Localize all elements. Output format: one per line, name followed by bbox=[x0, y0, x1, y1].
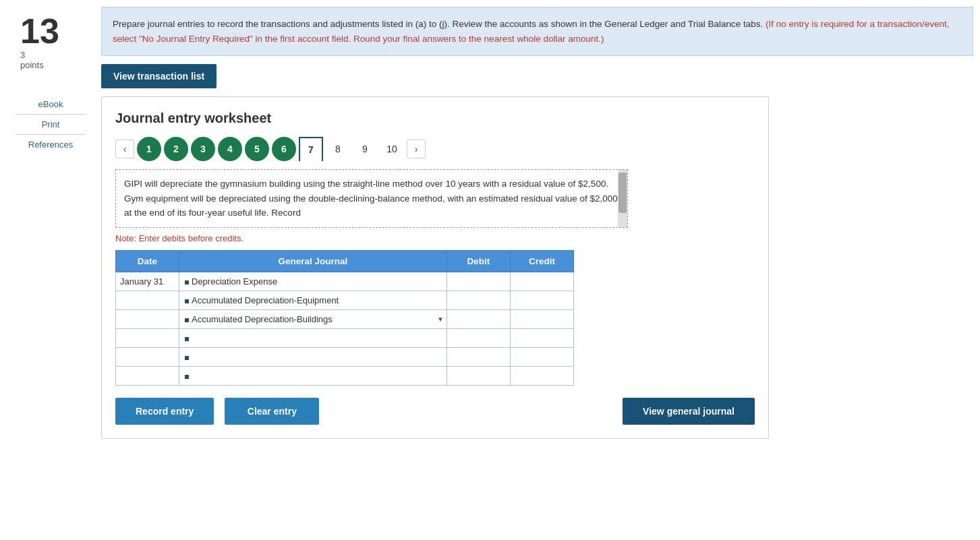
description-text: GIPI will depreciate the gymnasium build… bbox=[124, 179, 618, 218]
account-cell-0[interactable]: Depreciation Expense bbox=[179, 272, 447, 291]
instruction-box: Prepare journal entries to record the tr… bbox=[101, 7, 973, 56]
divider-2 bbox=[16, 134, 86, 135]
ebook-link[interactable]: eBook bbox=[38, 97, 63, 111]
account-cell-1[interactable]: Accumulated Depreciation-Equipment bbox=[179, 291, 447, 309]
date-cell-5 bbox=[116, 366, 179, 385]
header-debit: Debit bbox=[446, 250, 510, 272]
tab-next-arrow[interactable]: › bbox=[407, 140, 426, 158]
date-cell-3 bbox=[116, 328, 179, 347]
debit-cell-3[interactable] bbox=[446, 328, 510, 347]
credit-cell-5[interactable] bbox=[510, 366, 573, 385]
debit-cell-2[interactable] bbox=[446, 309, 510, 328]
account-cell-3[interactable] bbox=[179, 328, 447, 347]
date-cell-4 bbox=[116, 347, 179, 366]
credit-cell-2[interactable] bbox=[510, 309, 573, 328]
table-row bbox=[116, 347, 574, 366]
table-row: Accumulated Depreciation-Equipment bbox=[116, 291, 574, 309]
sidebar: 13 3 points eBook Print References bbox=[7, 7, 94, 533]
tab-3[interactable]: 3 bbox=[191, 137, 215, 161]
debit-cell-0[interactable] bbox=[446, 272, 510, 291]
view-general-journal-button[interactable]: View general journal bbox=[623, 398, 755, 425]
view-transaction-button[interactable]: View transaction list bbox=[101, 64, 217, 88]
header-journal: General Journal bbox=[179, 250, 447, 272]
divider-1 bbox=[16, 114, 86, 115]
tab-7[interactable]: 7 bbox=[299, 137, 323, 161]
worksheet-title: Journal entry worksheet bbox=[115, 111, 755, 126]
record-entry-button[interactable]: Record entry bbox=[115, 398, 214, 425]
tab-prev-arrow[interactable]: ‹ bbox=[115, 140, 134, 158]
scrollbar-thumb bbox=[618, 173, 627, 213]
table-row bbox=[116, 328, 574, 347]
account-cell-5[interactable] bbox=[179, 366, 447, 385]
note-text: Note: Enter debits before credits. bbox=[115, 233, 755, 243]
tab-8[interactable]: 8 bbox=[326, 137, 350, 161]
credit-cell-0[interactable] bbox=[510, 272, 573, 291]
row-indicator-4 bbox=[185, 356, 189, 360]
references-link[interactable]: References bbox=[28, 138, 73, 152]
credit-cell-4[interactable] bbox=[510, 347, 573, 366]
dropdown-icon-2[interactable]: ▼ bbox=[437, 316, 444, 323]
row-indicator-5 bbox=[185, 375, 189, 379]
tab-4[interactable]: 4 bbox=[218, 137, 242, 161]
tab-2[interactable]: 2 bbox=[164, 137, 188, 161]
row-indicator-2 bbox=[185, 318, 189, 322]
tab-6[interactable]: 6 bbox=[272, 137, 296, 161]
action-buttons: Record entry Clear entry View general jo… bbox=[115, 398, 755, 425]
main-content: Prepare journal entries to record the tr… bbox=[101, 7, 973, 533]
sidebar-links: eBook Print References bbox=[7, 97, 94, 152]
date-cell-0: January 31 bbox=[116, 272, 179, 291]
table-row bbox=[116, 366, 574, 385]
credit-cell-3[interactable] bbox=[510, 328, 573, 347]
tab-1[interactable]: 1 bbox=[137, 137, 161, 161]
journal-table: Date General Journal Debit Credit Januar… bbox=[115, 250, 574, 386]
scrollbar[interactable] bbox=[618, 170, 627, 227]
worksheet-container: Journal entry worksheet ‹ 1 2 3 4 5 6 7 … bbox=[101, 96, 769, 439]
table-row: Accumulated Depreciation-Buildings▼ bbox=[116, 309, 574, 328]
date-cell-1 bbox=[116, 291, 179, 309]
tab-navigation: ‹ 1 2 3 4 5 6 7 8 9 10 › bbox=[115, 137, 755, 161]
tab-5[interactable]: 5 bbox=[245, 137, 269, 161]
tab-10[interactable]: 10 bbox=[380, 137, 404, 161]
account-cell-4[interactable] bbox=[179, 347, 447, 366]
debit-cell-1[interactable] bbox=[446, 291, 510, 309]
row-indicator-3 bbox=[185, 337, 189, 341]
problem-number: 13 bbox=[7, 13, 59, 49]
tab-9[interactable]: 9 bbox=[353, 137, 377, 161]
debit-cell-5[interactable] bbox=[446, 366, 510, 385]
instruction-main: Prepare journal entries to record the tr… bbox=[113, 19, 763, 29]
row-indicator-0 bbox=[185, 280, 189, 284]
account-cell-2[interactable]: Accumulated Depreciation-Buildings▼ bbox=[179, 309, 447, 328]
debit-cell-4[interactable] bbox=[446, 347, 510, 366]
description-box: GIPI will depreciate the gymnasium build… bbox=[115, 169, 628, 228]
date-cell-2 bbox=[116, 309, 179, 328]
points-label: 3 points bbox=[7, 50, 44, 70]
credit-cell-1[interactable] bbox=[510, 291, 573, 309]
table-row: January 31Depreciation Expense bbox=[116, 272, 574, 291]
row-indicator-1 bbox=[185, 299, 189, 303]
print-link[interactable]: Print bbox=[42, 117, 60, 131]
header-credit: Credit bbox=[510, 250, 573, 272]
header-date: Date bbox=[116, 250, 179, 272]
clear-entry-button[interactable]: Clear entry bbox=[225, 398, 319, 425]
